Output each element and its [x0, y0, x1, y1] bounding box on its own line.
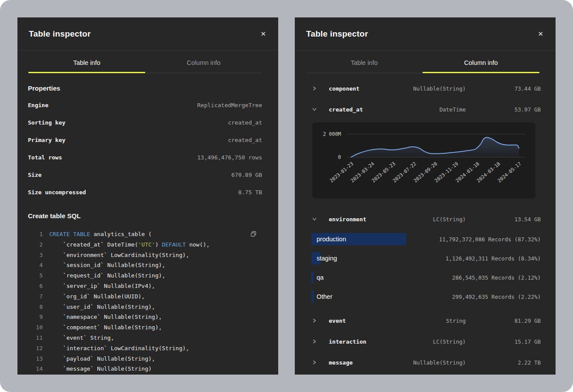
column-size: 73.44 GB — [466, 85, 541, 92]
env-value-row-qa: qa 286,545,035 Records (2.12%) — [295, 268, 556, 287]
env-value-label: qa — [317, 274, 324, 281]
property-label: Size uncompressed — [28, 189, 86, 196]
table-info-content: Properties EngineReplicatedMergeTree Sor… — [17, 84, 278, 375]
property-label: Primary key — [28, 137, 65, 143]
modal-header: Table inspector ✕ — [295, 17, 556, 51]
table-inspector-modal-left: Table inspector ✕ Table info Column info… — [17, 17, 278, 375]
env-value-label: staging — [317, 255, 337, 262]
chevron-down-icon — [312, 107, 317, 112]
sql-code-block: 1CREATE TABLE analytics_table (2 `create… — [28, 229, 262, 375]
chevron-right-icon — [312, 318, 317, 323]
column-type: LC(String) — [433, 216, 466, 223]
column-row-created-at[interactable]: created_at DateTime 53.97 GB — [295, 99, 556, 120]
close-icon[interactable]: ✕ — [260, 30, 266, 37]
properties-list: EngineReplicatedMergeTree Sorting keycre… — [28, 96, 262, 201]
tab-column-info[interactable]: Column info — [423, 51, 539, 73]
table-inspector-modal-right: Table inspector ✕ Table info Column info… — [295, 17, 556, 375]
column-row-component[interactable]: component Nullable(String) 73.44 GB — [295, 78, 556, 99]
modal-title: Table inspector — [29, 29, 91, 39]
sql-code[interactable]: 1CREATE TABLE analytics_table (2 `create… — [28, 229, 262, 375]
tab-column-info[interactable]: Column info — [145, 51, 262, 73]
tab-table-info[interactable]: Table info — [28, 51, 145, 73]
env-value-records: 1,126,492,311 Records (8.34%) — [446, 255, 541, 262]
property-value: ReplicatedMergeTree — [197, 102, 262, 108]
env-value-row-other: Other 299,492,635 Records (2.22%) — [295, 287, 556, 306]
column-name: component — [329, 85, 413, 92]
svg-text:2 000M: 2 000M — [323, 131, 341, 137]
column-row-event[interactable]: event String 81.29 GB — [295, 310, 556, 331]
property-row: Size670.89 GB — [28, 166, 262, 183]
column-size: 53.97 GB — [466, 106, 541, 113]
property-value: created_at — [228, 119, 262, 126]
column-type: String — [446, 318, 466, 324]
env-value-bar — [311, 271, 314, 284]
tabbar: Table info Column info — [28, 51, 262, 73]
environment-section: environment LC(String) 13.54 GB producti… — [295, 209, 556, 306]
property-value: created_at — [228, 137, 262, 143]
column-name: created_at — [329, 106, 440, 113]
env-value-records: 286,545,035 Records (2.12%) — [452, 274, 541, 281]
property-row: Primary keycreated_at — [28, 131, 262, 149]
column-size: 13.54 GB — [466, 216, 541, 223]
column-name: environment — [329, 216, 433, 223]
env-value-records: 299,492,635 Records (2.22%) — [452, 294, 541, 300]
column-type: Nullable(String) — [413, 85, 466, 92]
env-value-row-staging: staging 1,126,492,311 Records (8.34%) — [295, 249, 556, 268]
property-row: Total rows13,496,476,750 rows — [28, 149, 262, 166]
env-value-label: production — [317, 236, 346, 243]
properties-heading: Properties — [28, 84, 262, 92]
property-label: Engine — [28, 102, 48, 108]
area-chart: 2 000M02023-01-232023-03-242023-05-23202… — [312, 122, 535, 199]
column-row-message[interactable]: message Nullable(String) 2.22 TB — [295, 352, 556, 373]
column-list: component Nullable(String) 73.44 GB crea… — [295, 78, 556, 373]
column-name: interaction — [329, 338, 433, 345]
chevron-right-icon — [312, 360, 317, 365]
column-name: event — [329, 318, 446, 324]
column-name: message — [329, 359, 413, 366]
column-type: LC(String) — [433, 338, 466, 345]
column-size: 2.22 TB — [466, 359, 541, 366]
column-type: Nullable(String) — [413, 359, 466, 366]
remaining-columns: event String 81.29 GB interaction LC(Str… — [295, 310, 556, 373]
property-row: Sorting keycreated_at — [28, 114, 262, 131]
property-value: 670.89 GB — [232, 172, 262, 178]
modal-header: Table inspector ✕ — [17, 17, 278, 51]
column-size: 81.29 GB — [466, 318, 541, 324]
column-row-environment[interactable]: environment LC(String) 13.54 GB — [295, 209, 556, 230]
column-type: DateTime — [440, 106, 466, 113]
property-row: EngineReplicatedMergeTree — [28, 96, 262, 114]
property-label: Sorting key — [28, 119, 65, 126]
create-table-sql-heading: Create table SQL — [28, 212, 262, 220]
chevron-down-icon — [312, 217, 317, 221]
property-label: Size — [28, 172, 41, 178]
svg-text:0: 0 — [338, 154, 341, 160]
close-icon[interactable]: ✕ — [538, 30, 543, 37]
column-size: 15.17 GB — [466, 338, 541, 345]
chevron-right-icon — [312, 86, 317, 91]
property-label: Total rows — [28, 154, 62, 161]
property-value: 8.75 TB — [238, 189, 262, 196]
created-at-distribution-chart: 2 000M02023-01-232023-03-242023-05-23202… — [312, 122, 535, 199]
property-row: Size uncompressed8.75 TB — [28, 183, 262, 201]
tabbar: Table info Column info — [306, 51, 539, 73]
chevron-right-icon — [312, 339, 317, 344]
tab-table-info[interactable]: Table info — [306, 51, 423, 73]
app-background: Table inspector ✕ Table info Column info… — [0, 0, 573, 392]
env-value-label: Other — [317, 293, 332, 300]
env-value-records: 11,792,372,086 Records (87.32%) — [439, 236, 541, 243]
env-value-row-production: production 11,792,372,086 Records (87.32… — [295, 230, 556, 249]
env-value-bar — [311, 291, 314, 303]
property-value: 13,496,476,750 rows — [197, 154, 262, 161]
column-row-interaction[interactable]: interaction LC(String) 15.17 GB — [295, 331, 556, 352]
copy-icon[interactable] — [250, 231, 257, 239]
modal-title: Table inspector — [306, 29, 368, 39]
